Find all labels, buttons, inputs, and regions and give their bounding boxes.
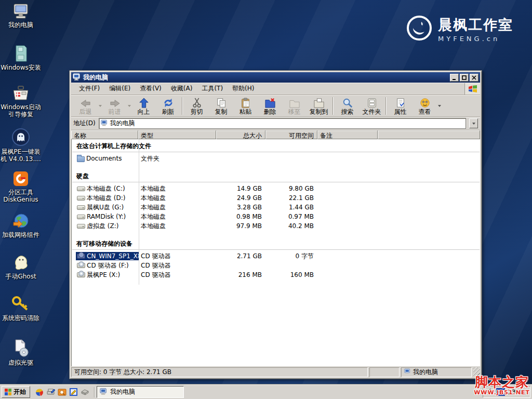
system-tray: CN 23:42 <box>483 386 530 398</box>
delete-button[interactable]: 删除 <box>258 96 282 116</box>
start-button[interactable]: 开始 <box>2 386 30 398</box>
desktop-icon-manual-ghost[interactable]: 手动Ghost <box>0 254 42 280</box>
start-label: 开始 <box>14 388 26 396</box>
column-grid-line <box>139 139 139 285</box>
status-computer-icon <box>404 368 411 376</box>
refresh-icon <box>163 98 174 108</box>
forward-button[interactable]: 前进 <box>102 96 127 116</box>
tray-volume-icon[interactable] <box>486 388 494 396</box>
group-header-removable: 有可移动存储的设备 <box>72 238 480 250</box>
address-value: 我的电脑 <box>110 119 466 128</box>
desktop-icon-password-clear[interactable]: 系统密码清除 <box>0 295 42 322</box>
resize-grip[interactable] <box>473 367 480 377</box>
column-header-name[interactable]: 名称 <box>71 130 138 139</box>
close-button[interactable] <box>470 74 478 82</box>
views-button[interactable]: 查看 <box>413 96 437 116</box>
taskbar-separator <box>94 387 95 397</box>
list-item-drive-c[interactable]: 本地磁盘 (C:) 本地磁盘 14.9 GB 9.80 GB <box>72 184 480 193</box>
search-button[interactable]: 搜索 <box>335 96 360 116</box>
views-dropdown[interactable] <box>437 96 442 116</box>
list-item-drive-g[interactable]: 晨枫U盘 (G:) 本地磁盘 3.28 GB 1.44 GB <box>72 203 480 212</box>
quick-launch-icon-3[interactable] <box>58 388 66 396</box>
status-empty-panel <box>369 367 400 377</box>
list-item-documents[interactable]: Documents 文件夹 <box>72 154 480 163</box>
menu-file[interactable]: 文件(F) <box>74 83 104 95</box>
column-header-note[interactable]: 备注 <box>317 130 378 139</box>
cd-drive-icon <box>77 263 85 268</box>
desktop-icon-diskgenius[interactable]: 分区工具 DiskGenius <box>0 170 42 203</box>
desktop-icon-network-components[interactable]: 加载网络组件 <box>0 212 42 238</box>
address-dropdown-button[interactable] <box>469 118 478 128</box>
desktop-icon-cf-pe-installer[interactable]: 晨枫PE一键装机 V4.0.13.... <box>0 128 42 163</box>
quick-launch-icon-4[interactable] <box>69 388 78 396</box>
task-computer-icon <box>100 388 108 396</box>
cut-button[interactable]: 剪切 <box>184 96 209 116</box>
cd-drive-icon <box>77 272 85 277</box>
drive-icon <box>77 205 85 210</box>
desktop-icon-label: 手动Ghost <box>0 273 42 280</box>
menu-tools[interactable]: 工具(T) <box>197 83 228 95</box>
menu-edit[interactable]: 编辑(E) <box>104 83 135 95</box>
paste-button[interactable]: 粘贴 <box>233 96 258 116</box>
minimize-button[interactable] <box>450 74 459 82</box>
my-computer-window: 我的电脑 文件(F) 编辑(E) 查看(V) 收藏(A) 工具(T) 帮助(H)… <box>69 70 482 379</box>
desktop-icon-virtual-drive[interactable]: 虚拟光驱 <box>0 339 42 366</box>
move-to-button[interactable]: 移至 <box>282 96 307 116</box>
list-item-drive-y[interactable]: RAMDisk (Y:) 本地磁盘 0.98 MB 0.97 MB <box>72 212 480 221</box>
menu-help[interactable]: 帮助(H) <box>228 83 259 95</box>
list-item-drive-z[interactable]: 虚拟盘 (Z:) 本地磁盘 97.9 MB 40.2 MB <box>72 221 480 231</box>
properties-button[interactable]: 属性 <box>388 96 413 116</box>
column-header-size[interactable]: 总大小 <box>216 130 265 139</box>
group-header-harddisks: 硬盘 <box>72 170 480 182</box>
task-button-my-computer[interactable]: 我的电脑 <box>97 386 184 398</box>
maximize-button[interactable] <box>460 74 469 82</box>
toolbar: 后退 前进 向上 刷新 剪切 复制 粘贴 删除 <box>71 95 480 117</box>
ghost-circle-icon <box>0 128 42 147</box>
cd-drive-icon <box>77 254 85 259</box>
column-header-free[interactable]: 可用空间 <box>265 130 317 139</box>
toolbar-separator <box>385 97 387 115</box>
folders-button[interactable]: 文件夹 <box>360 96 384 116</box>
list-item-cd-x[interactable]: 晨枫PE (X:) CD 驱动器 216 MB 160 MB <box>72 270 480 280</box>
list-item-cd-selected[interactable]: CN_WIN7_SP1_X86... CD 驱动器 2.71 GB 0 字节 <box>72 251 480 261</box>
language-indicator[interactable]: CN <box>496 388 505 396</box>
quick-launch-icon-5[interactable] <box>81 388 89 396</box>
myfeng-smile-icon <box>406 15 433 43</box>
desktop-icon-my-computer[interactable]: 我的电脑 <box>0 3 42 29</box>
views-icon <box>420 98 430 108</box>
window-titlebar[interactable]: 我的电脑 <box>71 72 480 83</box>
forward-dropdown[interactable] <box>127 96 131 116</box>
drive-icon <box>77 224 85 229</box>
quick-launch-icon-2[interactable] <box>46 388 55 396</box>
desktop-icon-boot-repair[interactable]: Windows启动引导修复 <box>0 85 42 118</box>
column-headers: 名称 类型 总大小 可用空间 备注 <box>71 130 480 139</box>
toolbox-icon <box>0 85 42 102</box>
column-header-type[interactable]: 类型 <box>138 130 216 139</box>
task-label: 我的电脑 <box>110 388 135 396</box>
refresh-button[interactable]: 刷新 <box>156 96 180 116</box>
copy-button[interactable]: 复制 <box>209 96 233 116</box>
move-to-icon <box>289 98 300 108</box>
back-icon <box>80 98 91 108</box>
desktop-icon-label: 晨枫PE一键装机 V4.0.13.... <box>0 148 42 163</box>
up-icon <box>139 98 149 108</box>
list-item-drive-d[interactable]: 本地磁盘 (D:) 本地磁盘 24.9 GB 22.1 GB <box>72 193 480 203</box>
menu-favorites[interactable]: 收藏(A) <box>166 83 197 95</box>
paste-icon <box>241 98 251 108</box>
toolbar-separator <box>332 97 334 115</box>
list-item-cd-f[interactable]: CD 驱动器 (F:) CD 驱动器 <box>72 261 480 270</box>
desktop-icon-windows-install[interactable]: Windows安装 <box>0 45 42 71</box>
address-input[interactable]: 我的电脑 <box>99 118 466 129</box>
back-dropdown[interactable] <box>98 96 102 116</box>
back-button[interactable]: 后退 <box>73 96 98 116</box>
drive-icon <box>77 215 85 219</box>
delete-icon <box>264 98 276 108</box>
ghost-icon <box>0 254 42 271</box>
copy-to-button[interactable]: 复制到 <box>307 96 331 116</box>
quick-launch-icon-1[interactable] <box>35 388 44 396</box>
up-button[interactable]: 向上 <box>131 96 156 116</box>
menu-view[interactable]: 查看(V) <box>135 83 166 95</box>
folders-icon <box>367 98 377 108</box>
copy-to-icon <box>313 98 325 108</box>
address-bar: 地址(D) 我的电脑 <box>71 117 480 130</box>
